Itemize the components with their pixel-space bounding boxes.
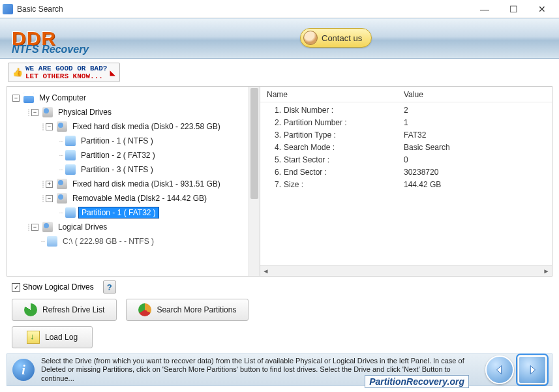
tree-label: Removable Media (Disk2 - 144.42 GB) — [70, 193, 209, 204]
tree-partition[interactable]: ┈ Partition - 2 ( FAT32 ) — [10, 148, 257, 162]
tree-label: Fixed hard disk media (Disk1 - 931.51 GB… — [70, 179, 223, 189]
scroll-right-icon[interactable]: ► — [541, 265, 552, 277]
expand-icon[interactable]: + — [46, 181, 53, 188]
tree-label: Logical Drives — [55, 222, 110, 232]
button-label: Search More Partitions — [157, 305, 236, 314]
help-button[interactable]: ? — [103, 280, 116, 294]
app-icon — [3, 4, 13, 14]
refresh-drive-list-button[interactable]: Refresh Drive List — [12, 299, 117, 321]
tree-label: Partition - 1 ( FAT32 ) — [78, 207, 159, 219]
maximize-button[interactable]: ☐ — [499, 0, 528, 18]
tree-root[interactable]: − My Computer — [10, 91, 257, 105]
tree-connector: ┈ — [59, 166, 63, 173]
tree-connector: ┈ — [59, 209, 63, 217]
tree-physical-drives[interactable]: ┊ − Physical Drives — [10, 105, 257, 119]
collapse-icon[interactable]: − — [46, 195, 53, 202]
scroll-left-icon[interactable]: ◄ — [260, 265, 271, 277]
detail-row: 1.Disk Number :2 — [267, 104, 545, 116]
tree-label: Partition - 3 ( NTFS ) — [78, 164, 156, 175]
info-icon: i — [12, 359, 35, 381]
pie-icon — [138, 303, 151, 316]
collapse-icon[interactable]: − — [12, 95, 20, 102]
tree-partition-selected[interactable]: ┈ Partition - 1 ( FAT32 ) — [10, 205, 257, 220]
col-value: Value — [404, 90, 545, 99]
titlebar: Basic Search — ☐ ✕ — [0, 0, 559, 18]
arrow-left-icon — [494, 364, 506, 376]
product-name: NTFS Recovery — [12, 44, 89, 55]
tree-connector: ┈ — [41, 238, 44, 245]
back-button[interactable] — [485, 355, 514, 384]
contact-label: Contact us — [322, 33, 362, 43]
detail-row: 2.Partition Number :1 — [267, 116, 545, 128]
disk-icon — [57, 193, 67, 204]
detail-row: 3.Partition Type :FAT32 — [267, 128, 545, 141]
details-pane: Name Value 1.Disk Number :2 2.Partition … — [260, 87, 552, 276]
partition-icon — [65, 207, 76, 218]
tree-disk0[interactable]: ┊ − Fixed hard disk media (Disk0 - 223.5… — [10, 119, 257, 134]
main-panel: − My Computer ┊ − Physical Drives ┊ − Fi… — [7, 86, 552, 277]
thumbs-up-icon: 👍 — [12, 67, 23, 78]
refresh-icon — [24, 303, 37, 316]
button-label: Refresh Drive List — [42, 305, 104, 314]
details-body: 1.Disk Number :2 2.Partition Number :1 3… — [260, 102, 552, 265]
disk-icon — [57, 121, 67, 132]
tree-disk1[interactable]: ┊ + Fixed hard disk media (Disk1 - 931.5… — [10, 177, 257, 191]
drive-tree-pane: − My Computer ┊ − Physical Drives ┊ − Fi… — [7, 87, 260, 276]
tree-connector: ┊ — [27, 224, 30, 231]
partition-icon — [65, 150, 76, 160]
detail-row: 4.Search Mode :Basic Search — [267, 141, 545, 153]
contact-us-button[interactable]: Contact us — [300, 28, 372, 48]
tree-label: Physical Drives — [55, 107, 114, 117]
load-log-button[interactable]: Load Log — [12, 326, 93, 348]
tree-connector: ┈ — [59, 152, 63, 159]
tree-logical-c[interactable]: ┈ C:\ ( 222.98 GB - - NTFS ) — [10, 234, 257, 249]
feedback-line1: WE ARE GOOD OR BAD? — [25, 65, 107, 72]
minimize-button[interactable]: — — [470, 0, 499, 18]
scrollbar-thumb[interactable] — [250, 88, 258, 199]
collapse-icon[interactable]: − — [31, 109, 38, 116]
collapse-icon[interactable]: − — [31, 224, 38, 231]
close-button[interactable]: ✕ — [528, 0, 556, 18]
checkbox-label: Show Logical Drives — [23, 282, 94, 292]
drives-icon — [42, 107, 53, 117]
tree-disk2[interactable]: ┊ − Removable Media (Disk2 - 144.42 GB) — [10, 191, 257, 205]
tree-label: Fixed hard disk media (Disk0 - 223.58 GB… — [70, 121, 223, 132]
feedback-row: 👍 WE ARE GOOD OR BAD? LET OTHERS KNOW...… — [0, 59, 559, 86]
tree-logical-drives[interactable]: ┊ − Logical Drives — [10, 220, 257, 234]
vertical-scrollbar[interactable] — [249, 87, 260, 276]
actions-row-2: Load Log — [12, 326, 547, 348]
disk-icon — [57, 179, 67, 189]
button-label: Load Log — [45, 333, 78, 342]
window-title: Basic Search — [17, 5, 470, 14]
detail-row: 6.End Sector :30238720 — [267, 166, 545, 178]
partition-icon — [47, 236, 57, 247]
drives-icon — [42, 222, 53, 232]
tree-partition[interactable]: ┈ Partition - 1 ( NTFS ) — [10, 134, 257, 148]
load-icon — [27, 331, 40, 344]
computer-icon — [23, 93, 34, 103]
detail-row: 5.Start Sector :0 — [267, 153, 545, 166]
tree-partition[interactable]: ┈ Partition - 3 ( NTFS ) — [10, 162, 257, 177]
col-name: Name — [267, 90, 404, 99]
tree-label: C:\ ( 222.98 GB - - NTFS ) — [60, 236, 157, 247]
partition-icon — [65, 136, 76, 146]
tree-connector: ┊ — [41, 181, 44, 188]
horizontal-scrollbar[interactable]: ◄ ► — [260, 265, 552, 276]
show-logical-drives-checkbox[interactable]: ✓ Show Logical Drives — [12, 282, 94, 292]
next-button[interactable] — [518, 355, 547, 384]
detail-row: 7.Size :144.42 GB — [267, 178, 545, 190]
feedback-button[interactable]: 👍 WE ARE GOOD OR BAD? LET OTHERS KNOW...… — [8, 63, 120, 82]
checkbox-icon: ✓ — [12, 283, 20, 292]
tree-connector: ┊ — [41, 195, 44, 202]
person-icon — [303, 31, 318, 45]
collapse-icon[interactable]: − — [46, 123, 53, 130]
watermark: PartitionRecovery.org — [365, 375, 469, 388]
nav-buttons — [485, 355, 547, 384]
options-row: ✓ Show Logical Drives ? — [12, 280, 547, 294]
drive-tree[interactable]: − My Computer ┊ − Physical Drives ┊ − Fi… — [7, 87, 260, 252]
help-icon: ? — [107, 282, 112, 292]
search-more-partitions-button[interactable]: Search More Partitions — [126, 299, 249, 321]
info-bar: i Select the Drive (from which you want … — [7, 354, 552, 386]
tree-label: Partition - 2 ( FAT32 ) — [78, 150, 158, 160]
tree-label: Partition - 1 ( NTFS ) — [78, 136, 156, 146]
